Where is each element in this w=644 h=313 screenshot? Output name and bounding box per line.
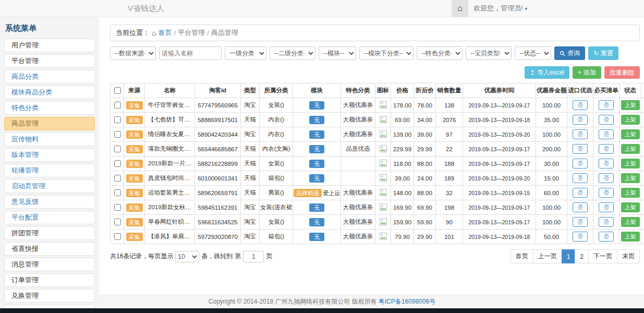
- must-buy-toggle[interactable]: 否: [599, 129, 614, 139]
- sidebar-item[interactable]: 轮播管理: [4, 164, 95, 177]
- product-name[interactable]: 运动套装男士卫衣初秋...: [148, 189, 195, 196]
- must-buy-toggle[interactable]: 否: [599, 159, 614, 168]
- search-button[interactable]: 查询: [554, 46, 585, 60]
- breadcrumb-home-link[interactable]: 首页: [158, 28, 172, 38]
- import-select-toggle[interactable]: 否: [573, 115, 588, 125]
- status-toggle[interactable]: 上架: [621, 100, 640, 110]
- import-select-toggle[interactable]: 否: [573, 129, 588, 139]
- page-button[interactable]: 下一页: [588, 249, 617, 263]
- product-image[interactable]: [379, 130, 388, 138]
- import-select-toggle[interactable]: 否: [573, 217, 588, 227]
- import-select-toggle[interactable]: 否: [573, 159, 588, 168]
- sidebar-item[interactable]: 意见反馈: [4, 195, 95, 209]
- reset-button[interactable]: ↻ 重置: [588, 46, 618, 60]
- must-buy-toggle[interactable]: 否: [599, 173, 614, 183]
- must-buy-toggle[interactable]: 否: [599, 188, 614, 198]
- status-toggle[interactable]: 上架: [621, 188, 640, 198]
- must-buy-toggle[interactable]: 否: [599, 202, 614, 212]
- icp-link[interactable]: 粤ICP备16098006号: [379, 297, 435, 306]
- per-page-select[interactable]: 10: [175, 251, 199, 262]
- product-image[interactable]: [379, 232, 388, 240]
- product-name[interactable]: 真皮钱包时尚优雅女士...: [148, 175, 195, 181]
- product-name[interactable]: 早春网红针织开衫女春...: [148, 219, 195, 225]
- must-buy-toggle[interactable]: 否: [599, 217, 614, 227]
- sidebar-item[interactable]: 特色分类: [4, 101, 95, 115]
- data-source-select[interactable]: --数据来源--: [110, 46, 156, 60]
- import-select-toggle[interactable]: 否: [573, 188, 588, 198]
- must-buy-toggle[interactable]: 否: [599, 144, 614, 154]
- product-image[interactable]: [379, 115, 388, 124]
- sidebar-item[interactable]: 拼团管理: [4, 226, 95, 240]
- status-select[interactable]: --状态--: [515, 46, 551, 60]
- status-toggle[interactable]: 上架: [621, 232, 640, 242]
- page-button[interactable]: 2: [575, 249, 589, 263]
- status-toggle[interactable]: 上架: [621, 173, 640, 183]
- page-button[interactable]: 末页: [617, 249, 640, 263]
- must-buy-toggle[interactable]: 否: [599, 100, 614, 110]
- level2-category-select[interactable]: --二级分类--: [270, 46, 315, 60]
- product-name[interactable]: 2019新款女秋薄款...: [148, 204, 195, 210]
- product-image[interactable]: [379, 188, 388, 197]
- product-image[interactable]: [379, 174, 388, 182]
- product-name[interactable]: 薄款无钢圈文胸聚拢性...: [148, 146, 195, 152]
- status-toggle[interactable]: 上架: [621, 129, 640, 139]
- batch-delete-button[interactable]: 批量删除: [604, 66, 640, 79]
- must-buy-toggle[interactable]: 否: [599, 232, 614, 242]
- sidebar-item[interactable]: 平台配置: [4, 211, 95, 224]
- row-checkbox[interactable]: [114, 175, 121, 182]
- sidebar-item[interactable]: 模块商品分类: [4, 86, 95, 99]
- module-sub-category-select[interactable]: --模块下分类--: [359, 46, 414, 60]
- sidebar-item[interactable]: 平台管理: [4, 54, 95, 68]
- row-checkbox[interactable]: [114, 146, 121, 152]
- product-name[interactable]: 情侣睡衣女夏丝绸男士...: [148, 131, 195, 137]
- feature-category-select[interactable]: --特色分类--: [417, 46, 463, 60]
- product-name[interactable]: 2019新款一片式系...: [148, 160, 195, 166]
- home-button[interactable]: ⌂: [452, 0, 468, 17]
- import-excel-button[interactable]: ↥ 导入excel: [525, 66, 569, 79]
- jump-page-input[interactable]: [243, 251, 264, 262]
- sidebar-item[interactable]: 用户管理: [4, 39, 95, 52]
- sidebar-item[interactable]: 消息管理: [4, 258, 95, 271]
- product-image[interactable]: [379, 101, 388, 109]
- import-select-toggle[interactable]: 否: [573, 173, 588, 183]
- sidebar-item[interactable]: 商品分类: [4, 70, 95, 83]
- sidebar-item[interactable]: 宣传物料: [4, 133, 95, 146]
- import-select-toggle[interactable]: 否: [573, 100, 588, 110]
- module-select[interactable]: --模块--: [319, 46, 356, 60]
- product-image[interactable]: [379, 159, 388, 167]
- row-checkbox[interactable]: [114, 233, 121, 240]
- sidebar-item[interactable]: 版本管理: [4, 148, 95, 162]
- row-checkbox[interactable]: [114, 160, 121, 167]
- row-checkbox[interactable]: [114, 102, 121, 109]
- status-toggle[interactable]: 上架: [621, 144, 640, 154]
- sidebar-item[interactable]: [4, 305, 95, 308]
- user-menu[interactable]: 欢迎您，管理员! ▾: [473, 4, 527, 13]
- row-checkbox[interactable]: [114, 204, 121, 211]
- product-name[interactable]: 牛仔背带裤女秋装减龄...: [148, 102, 195, 108]
- item-type-select[interactable]: --宝贝类型--: [466, 46, 512, 60]
- row-checkbox[interactable]: [114, 116, 121, 123]
- product-image[interactable]: [379, 218, 388, 226]
- row-checkbox[interactable]: [114, 189, 121, 196]
- sidebar-item[interactable]: 订单管理: [4, 273, 95, 287]
- sidebar-item[interactable]: 启动页管理: [4, 179, 95, 193]
- add-button[interactable]: + 添加: [573, 66, 601, 79]
- status-toggle[interactable]: 上架: [621, 159, 640, 168]
- page-button[interactable]: 1: [562, 249, 576, 263]
- product-image[interactable]: [379, 203, 388, 211]
- product-name[interactable]: 【七色纺】可爱纯棉家...: [148, 116, 195, 123]
- import-select-toggle[interactable]: 否: [573, 144, 588, 154]
- row-checkbox[interactable]: [114, 219, 121, 225]
- must-buy-toggle[interactable]: 否: [599, 115, 614, 125]
- name-search-input[interactable]: [159, 46, 222, 60]
- import-select-toggle[interactable]: 否: [573, 202, 588, 212]
- sidebar-item[interactable]: 商品管理: [4, 117, 95, 130]
- status-toggle[interactable]: 上架: [621, 202, 640, 212]
- page-button[interactable]: 上一页: [533, 249, 562, 263]
- product-image[interactable]: [379, 145, 388, 153]
- status-toggle[interactable]: 上架: [621, 217, 640, 227]
- page-button[interactable]: 首页: [511, 249, 533, 263]
- select-all-checkbox[interactable]: [114, 87, 121, 94]
- sidebar-item[interactable]: 省直快报: [4, 242, 95, 256]
- status-toggle[interactable]: 上架: [621, 115, 640, 125]
